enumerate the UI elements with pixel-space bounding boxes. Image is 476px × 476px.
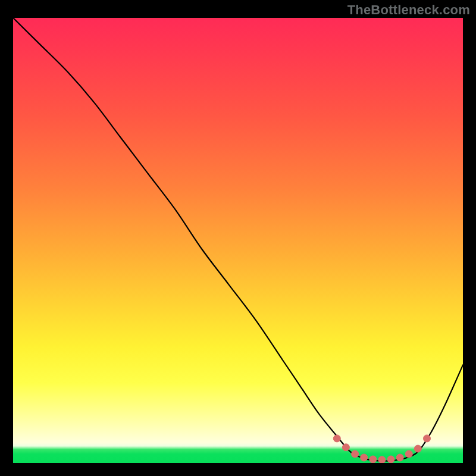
marker-dot (361, 454, 368, 461)
marker-dot (378, 456, 386, 463)
bottleneck-curve (13, 18, 463, 461)
marker-dot (369, 456, 377, 463)
marker-dot (387, 456, 394, 463)
marker-dot (333, 435, 340, 442)
marker-dot (405, 450, 412, 458)
chart-stage: TheBottleneck.com (0, 0, 476, 476)
watermark-text: TheBottleneck.com (347, 2, 470, 18)
marker-dot (424, 435, 431, 442)
marker-dot (396, 454, 403, 461)
marker-dot (414, 445, 421, 452)
plot-area (13, 18, 463, 463)
curve-svg (13, 18, 463, 463)
marker-dot (352, 450, 359, 458)
marker-dot (342, 444, 349, 451)
optimal-range-markers (333, 435, 430, 463)
